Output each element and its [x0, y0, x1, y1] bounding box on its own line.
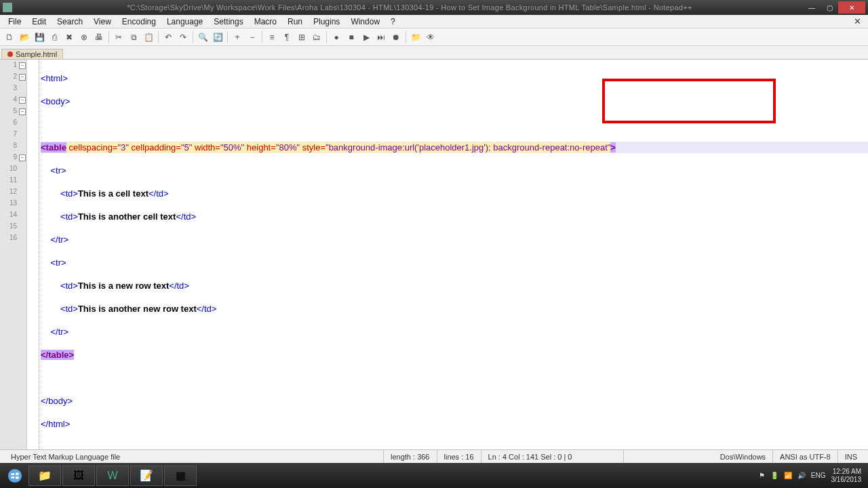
- zoom-out-icon[interactable]: −: [245, 30, 259, 44]
- play-macro-icon[interactable]: ▶: [359, 30, 373, 44]
- zoom-in-icon[interactable]: +: [231, 30, 244, 44]
- window-title: *C:\Storage\SkyDrive\My Workspace\Work F…: [16, 3, 803, 12]
- document-tab-bar: Sample.html: [0, 46, 868, 60]
- show-chars-icon[interactable]: ¶: [280, 30, 294, 44]
- doc-close-button[interactable]: ✕: [850, 16, 865, 26]
- menu-edit[interactable]: Edit: [26, 16, 52, 28]
- menu-help[interactable]: ?: [385, 16, 401, 28]
- minimize-button[interactable]: —: [803, 1, 821, 14]
- close-all-icon[interactable]: ⊗: [77, 30, 91, 44]
- fold-icon[interactable]: −: [19, 155, 26, 161]
- tab-label: Sample.html: [16, 50, 57, 58]
- cut-icon[interactable]: ✂: [112, 30, 125, 44]
- menu-plugins[interactable]: Plugins: [308, 16, 345, 28]
- line-number-gutter: 1− 2− 3 4− 5− 6 7 8 9− 10 11 12 13 14 15…: [0, 60, 27, 449]
- paste-icon[interactable]: 📋: [142, 30, 155, 44]
- fold-icon[interactable]: −: [19, 97, 26, 104]
- menu-run[interactable]: Run: [282, 16, 308, 28]
- record-macro-icon[interactable]: ●: [330, 30, 343, 44]
- toolbar: 🗋 📂 💾 ⎙ ✖ ⊗ 🖶 ✂ ⧉ 📋 ↶ ↷ 🔍 🔄 + − ≡ ¶ ⊞ 🗂 …: [0, 28, 868, 46]
- code-content[interactable]: <html> <body> <table cellspacing="3" cel…: [39, 60, 868, 449]
- start-button[interactable]: [3, 466, 27, 486]
- save-icon[interactable]: 💾: [33, 30, 46, 44]
- window-controls: — ▢ ✕: [803, 1, 865, 14]
- fold-icon[interactable]: −: [19, 108, 26, 115]
- save-macro-icon[interactable]: ⏺: [389, 30, 403, 44]
- menu-settings[interactable]: Settings: [208, 16, 248, 28]
- redo-icon[interactable]: ↷: [176, 30, 190, 44]
- folder-icon[interactable]: 🗂: [310, 30, 323, 44]
- menu-view[interactable]: View: [88, 16, 117, 28]
- copy-icon[interactable]: ⧉: [127, 30, 140, 44]
- stop-macro-icon[interactable]: ■: [344, 30, 358, 44]
- maximize-button[interactable]: ▢: [821, 1, 838, 14]
- tab-sample-html[interactable]: Sample.html: [1, 49, 63, 59]
- replace-icon[interactable]: 🔄: [211, 30, 224, 44]
- fold-icon[interactable]: −: [19, 74, 26, 81]
- menu-encoding[interactable]: Encoding: [117, 16, 161, 28]
- menu-file[interactable]: File: [3, 16, 26, 28]
- menu-search[interactable]: Search: [52, 16, 88, 28]
- open-folder-icon[interactable]: 📁: [409, 30, 422, 44]
- play-multi-icon[interactable]: ⏭: [374, 30, 388, 44]
- title-bar: *C:\Storage\SkyDrive\My Workspace\Work F…: [0, 0, 868, 15]
- menu-bar: File Edit Search View Encoding Language …: [0, 15, 868, 28]
- menu-language[interactable]: Language: [161, 16, 208, 28]
- undo-icon[interactable]: ↶: [161, 30, 175, 44]
- editor-area[interactable]: 1− 2− 3 4− 5− 6 7 8 9− 10 11 12 13 14 15…: [0, 60, 868, 449]
- save-all-icon[interactable]: ⎙: [47, 30, 61, 44]
- close-file-icon[interactable]: ✖: [62, 30, 76, 44]
- find-icon[interactable]: 🔍: [196, 30, 210, 44]
- indent-guide-icon[interactable]: ⊞: [295, 30, 309, 44]
- svg-point-0: [8, 468, 22, 482]
- print-icon[interactable]: 🖶: [92, 30, 106, 44]
- wrap-icon[interactable]: ≡: [265, 30, 279, 44]
- menu-macro[interactable]: Macro: [249, 16, 282, 28]
- close-button[interactable]: ✕: [838, 1, 865, 14]
- app-icon: [3, 3, 12, 12]
- menu-window[interactable]: Window: [345, 16, 385, 28]
- fold-guide: [27, 60, 39, 449]
- monitor-icon[interactable]: 👁: [424, 30, 437, 44]
- fold-icon[interactable]: −: [19, 62, 26, 69]
- new-file-icon[interactable]: 🗋: [3, 30, 16, 44]
- open-file-icon[interactable]: 📂: [18, 30, 31, 44]
- unsaved-indicator-icon: [7, 52, 13, 57]
